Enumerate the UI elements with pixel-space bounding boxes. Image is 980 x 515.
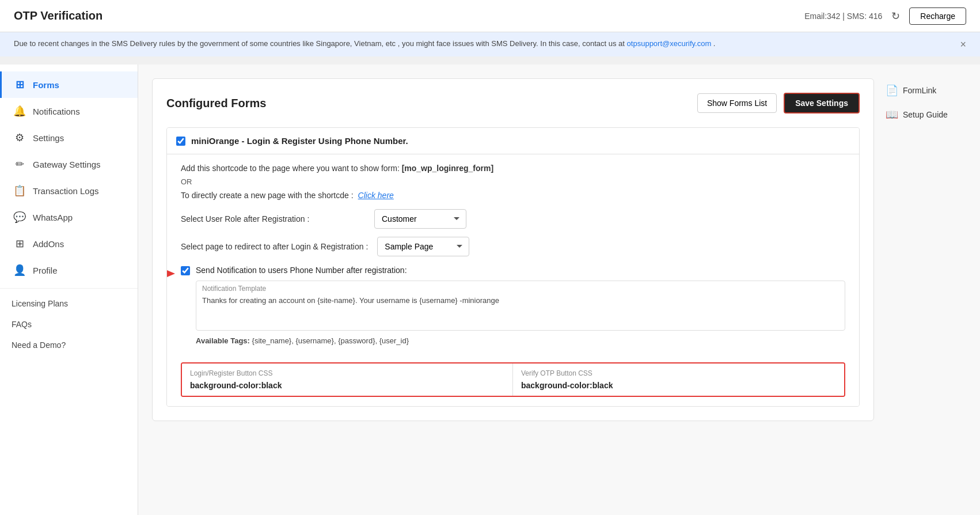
sidebar-label-settings: Settings xyxy=(33,133,64,143)
sidebar-item-notifications[interactable]: 🔔 Notifications xyxy=(0,98,138,124)
redirect-select[interactable]: Sample Page Home Dashboard xyxy=(377,237,469,256)
recharge-button[interactable]: Recharge xyxy=(909,7,966,25)
available-tags: Available Tags: {site_name}, {username},… xyxy=(196,336,845,345)
sidebar-item-licensing[interactable]: Licensing Plans xyxy=(0,293,138,314)
template-textarea[interactable]: Thanks for creating an account on {site-… xyxy=(196,294,845,328)
sidebar-item-demo[interactable]: Need a Demo? xyxy=(0,335,138,355)
notification-checkbox[interactable] xyxy=(181,266,190,275)
banner-text: Due to recent changes in the SMS Deliver… xyxy=(14,39,715,48)
app-title: OTP Verification xyxy=(14,9,102,22)
formlink-item[interactable]: 📄 FormLink xyxy=(886,78,966,103)
form-card-body: Add this shortcode to the page where you… xyxy=(167,154,859,406)
panel-title: Configured Forms xyxy=(166,97,266,110)
sidebar-item-whatsapp[interactable]: 💬 WhatsApp xyxy=(0,204,138,230)
login-css-cell: Login/Register Button CSS xyxy=(182,363,513,396)
save-settings-button[interactable]: Save Settings xyxy=(784,93,860,113)
setup-guide-icon: 📖 xyxy=(886,108,898,121)
user-role-label: Select User Role after Registration : xyxy=(181,214,365,224)
panel-header-actions: Show Forms List Save Settings xyxy=(697,93,860,113)
verify-css-cell: Verify OTP Button CSS xyxy=(513,363,844,396)
click-here-row: To directly create a new page with the s… xyxy=(181,191,845,200)
form-card-header: miniOrange - Login & Register Using Phon… xyxy=(167,128,859,154)
formlink-icon: 📄 xyxy=(886,84,898,97)
main-content-row: Configured Forms Show Forms List Save Se… xyxy=(152,78,966,421)
verify-css-input[interactable] xyxy=(521,381,836,390)
notification-section: Send Notification to users Phone Number … xyxy=(181,264,845,354)
setup-guide-label: Setup Guide xyxy=(903,110,948,119)
arrow-indicator xyxy=(166,268,175,279)
banner-close-button[interactable]: × xyxy=(960,39,966,50)
template-section: Notification Template Thanks for creatin… xyxy=(196,281,845,345)
banner-email[interactable]: otpsupport@xecurify.com xyxy=(627,39,712,48)
user-role-select[interactable]: Customer Subscriber Administrator xyxy=(374,209,466,229)
redirect-row: Select page to redirect to after Login &… xyxy=(181,237,845,256)
sidebar-label-profile: Profile xyxy=(33,266,58,275)
info-banner: Due to recent changes in the SMS Deliver… xyxy=(0,32,980,56)
user-role-row: Select User Role after Registration : Cu… xyxy=(181,209,845,229)
sidebar-label-forms: Forms xyxy=(33,80,59,90)
show-forms-list-button[interactable]: Show Forms List xyxy=(697,93,777,113)
sidebar-label-notifications: Notifications xyxy=(33,107,80,116)
form-enable-checkbox[interactable] xyxy=(176,137,185,146)
header: OTP Verification Email:342 | SMS: 416 ↻ … xyxy=(0,0,980,32)
sidebar-label-gateway: Gateway Settings xyxy=(33,160,101,169)
sidebar-label-whatsapp: WhatsApp xyxy=(33,213,73,222)
sidebar-item-faqs[interactable]: FAQs xyxy=(0,314,138,335)
sidebar-divider xyxy=(0,288,138,289)
template-label: Notification Template xyxy=(196,281,845,294)
formlink-label: FormLink xyxy=(903,86,936,95)
addons-icon: ⊞ xyxy=(13,237,26,250)
header-right: Email:342 | SMS: 416 ↻ Recharge xyxy=(804,7,966,25)
transaction-icon: 📋 xyxy=(13,184,26,197)
refresh-button[interactable]: ↻ xyxy=(891,10,900,22)
login-css-input[interactable] xyxy=(190,381,504,390)
panel-header: Configured Forms Show Forms List Save Se… xyxy=(166,93,860,113)
login-css-label: Login/Register Button CSS xyxy=(190,369,504,377)
sidebar-item-profile[interactable]: 👤 Profile xyxy=(0,257,138,283)
profile-icon: 👤 xyxy=(13,264,26,277)
right-sidebar: 📄 FormLink 📖 Setup Guide xyxy=(874,78,966,421)
shortcode-row: Add this shortcode to the page where you… xyxy=(181,164,845,173)
forms-icon: ⊞ xyxy=(13,78,26,91)
or-row: OR xyxy=(181,177,845,186)
verify-css-label: Verify OTP Button CSS xyxy=(521,369,836,377)
sidebar: ⊞ Forms 🔔 Notifications ⚙ Settings ✏ Gat… xyxy=(0,65,138,515)
credits-display: Email:342 | SMS: 416 xyxy=(804,12,882,21)
main-content: Configured Forms Show Forms List Save Se… xyxy=(138,65,980,515)
sidebar-item-transaction-logs[interactable]: 📋 Transaction Logs xyxy=(0,177,138,204)
main-panel-area: Configured Forms Show Forms List Save Se… xyxy=(152,78,874,421)
configured-forms-panel: Configured Forms Show Forms List Save Se… xyxy=(152,78,874,421)
setup-guide-item[interactable]: 📖 Setup Guide xyxy=(886,103,966,127)
css-section: Login/Register Button CSS Verify OTP But… xyxy=(181,362,845,397)
form-name-label: miniOrange - Login & Register Using Phon… xyxy=(191,136,408,146)
sidebar-item-gateway-settings[interactable]: ✏ Gateway Settings xyxy=(0,151,138,177)
sidebar-item-forms[interactable]: ⊞ Forms xyxy=(0,71,138,98)
template-box: Notification Template Thanks for creatin… xyxy=(196,281,845,331)
form-card: miniOrange - Login & Register Using Phon… xyxy=(166,127,860,407)
tags-list: {site_name}, {username}, {password}, {us… xyxy=(252,336,409,345)
notifications-icon: 🔔 xyxy=(13,105,26,118)
notification-label: Send Notification to users Phone Number … xyxy=(196,264,845,275)
sidebar-label-addons: AddOns xyxy=(33,239,64,249)
notification-content: Send Notification to users Phone Number … xyxy=(196,264,845,354)
sidebar-label-transaction: Transaction Logs xyxy=(33,186,99,196)
layout: ⊞ Forms 🔔 Notifications ⚙ Settings ✏ Gat… xyxy=(0,65,980,515)
redirect-label: Select page to redirect to after Login &… xyxy=(181,242,368,251)
sidebar-item-settings[interactable]: ⚙ Settings xyxy=(0,124,138,151)
click-here-link[interactable]: Click here xyxy=(358,191,394,200)
settings-icon: ⚙ xyxy=(13,131,26,144)
gateway-icon: ✏ xyxy=(13,158,26,171)
shortcode-value: [mo_wp_loginreg_form] xyxy=(402,164,493,173)
whatsapp-icon: 💬 xyxy=(13,211,26,224)
sidebar-item-addons[interactable]: ⊞ AddOns xyxy=(0,230,138,257)
svg-marker-1 xyxy=(167,270,175,277)
